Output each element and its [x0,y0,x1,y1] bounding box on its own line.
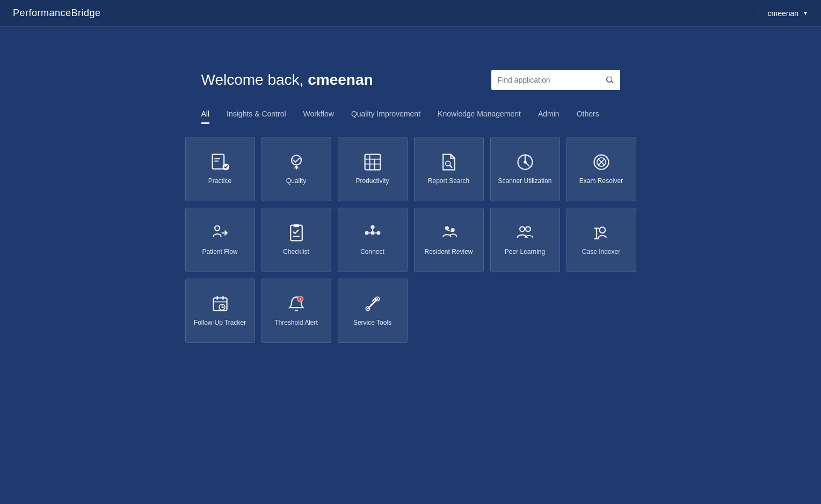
quality-label: Quality [286,177,306,186]
peer-learning-icon [515,223,535,243]
search-button[interactable] [600,70,620,90]
case-indexer-icon [592,223,611,243]
app-tile-patient-flow[interactable]: Patient Flow [185,208,255,272]
quality-icon [287,152,306,172]
username-label: cmeenan [768,9,799,18]
scanner-utilization-icon [515,152,535,172]
threshold-alert-label: Threshold Alert [274,319,318,327]
peer-learning-label: Peer Learning [505,248,545,257]
svg-point-17 [215,226,220,231]
app-tile-exam-resolver[interactable]: Exam Resolver [566,137,636,201]
app-tile-report-search[interactable]: Report Search [414,137,484,201]
search-icon [605,75,615,85]
app-tile-follow-up-tracker[interactable]: Follow-Up Tracker [185,279,255,343]
practice-icon [210,152,230,172]
app-tile-case-indexer[interactable]: Case Indexer [566,208,636,272]
follow-up-tracker-label: Follow-Up Tracker [194,319,246,327]
app-logo: PerformanceBridge [13,8,101,19]
exam-resolver-label: Exam Resolver [579,177,623,186]
app-tile-checklist[interactable]: Checklist [261,208,331,272]
checklist-icon [287,223,306,243]
service-tools-icon [363,294,382,313]
app-tile-resident-review[interactable]: Resident Review [414,208,484,272]
svg-line-12 [449,166,452,168]
tab-quality-improvement[interactable]: Quality Improvement [351,109,420,124]
svg-point-14 [524,161,526,164]
app-tile-scanner-utilization[interactable]: Scanner Utilization [490,137,560,201]
svg-point-34 [599,227,605,233]
productivity-icon [363,152,382,172]
svg-point-22 [370,231,374,235]
svg-point-25 [376,231,380,235]
threshold-alert-icon: ! [287,294,306,313]
tab-others[interactable]: Others [577,109,599,124]
main-content: Welcome back, cmeenan All Insights & Con… [0,27,821,343]
productivity-label: Productivity [355,177,389,186]
svg-point-32 [520,227,525,232]
tab-knowledge-management[interactable]: Knowledge Management [438,109,521,124]
svg-point-24 [370,225,374,229]
search-box [491,70,620,90]
practice-label: Practice [208,177,231,186]
user-menu[interactable]: cmeenan ▼ [759,9,809,18]
app-tile-threshold-alert[interactable]: ! Threshold Alert [261,279,331,343]
follow-up-tracker-icon [210,294,230,313]
report-search-icon [439,152,459,172]
app-tile-connect[interactable]: Connect [338,208,408,272]
app-grid: Practice Quality Productivity Report Sea… [185,137,636,343]
svg-point-29 [445,227,448,230]
app-tile-practice[interactable]: Practice [185,137,255,201]
svg-rect-2 [214,158,220,159]
svg-point-33 [525,227,530,232]
exam-resolver-icon [592,152,611,172]
welcome-message: Welcome back, cmeenan [201,71,373,89]
svg-point-23 [365,231,368,235]
welcome-username: cmeenan [308,71,373,88]
case-indexer-label: Case Indexer [582,248,620,257]
app-tile-peer-learning[interactable]: Peer Learning [490,208,560,272]
app-tile-service-tools[interactable]: Service Tools [338,279,408,343]
header: PerformanceBridge cmeenan ▼ [0,0,821,27]
patient-flow-icon [210,223,230,243]
connect-icon [363,223,382,243]
tab-all[interactable]: All [201,109,210,124]
user-chevron-icon: ▼ [803,10,808,16]
svg-rect-3 [214,161,219,162]
app-tile-productivity[interactable]: Productivity [338,137,408,201]
service-tools-label: Service Tools [353,319,391,327]
svg-text:!: ! [300,297,301,302]
checklist-label: Checklist [283,248,309,257]
search-input[interactable] [491,70,600,90]
category-tabs: All Insights & Control Workflow Quality … [201,109,620,124]
svg-rect-19 [290,225,302,241]
tab-admin[interactable]: Admin [538,109,560,124]
connect-label: Connect [360,248,384,257]
app-tile-quality[interactable]: Quality [261,137,331,201]
scanner-utilization-label: Scanner Utilization [498,177,551,186]
welcome-prefix: Welcome back, [201,71,304,88]
patient-flow-label: Patient Flow [202,248,237,257]
svg-rect-20 [293,224,299,227]
report-search-label: Report Search [428,177,469,186]
resident-review-icon [439,223,459,243]
svg-rect-0 [212,155,224,169]
resident-review-label: Resident Review [424,248,473,257]
svg-rect-6 [365,155,380,170]
tab-insights[interactable]: Insights & Control [227,109,286,124]
welcome-row: Welcome back, cmeenan [201,70,620,90]
tab-workflow[interactable]: Workflow [303,109,334,124]
